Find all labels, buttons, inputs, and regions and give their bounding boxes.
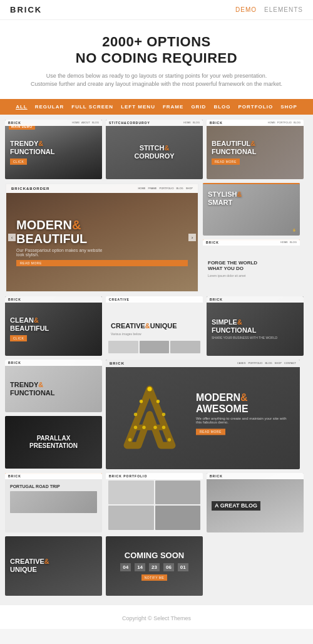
trendy2-overlay: TRENDY&FUNCTIONAL <box>5 366 102 412</box>
mini-nav-2: STITCH&CORDUROY HOME BLOG <box>106 120 203 126</box>
brick-text-sub: Lorem ipsum dolor sit amet <box>208 274 245 278</box>
nav-portfolio[interactable]: PORTFOLIO <box>238 104 273 110</box>
demo-card-portfolio[interactable]: BRICK PORTFOLIO <box>106 473 203 532</box>
coming-soon-overlay: COMING SOON 04 14 23 06 01 NOTIFY ME <box>106 536 203 596</box>
nav-fullscreen[interactable]: FULL SCREEN <box>71 104 113 110</box>
demo-card-clean[interactable]: BRICK CLEAN&BEAUTIFUL CLICK <box>5 296 102 356</box>
blog-light-title: PORTUGAL ROAD TRIP <box>10 484 60 489</box>
brick-border-subtitle: Our Passepartout option makes any websit… <box>16 248 104 257</box>
demo-card-great-blog[interactable]: BRICK A GREAT BLOG <box>207 473 304 532</box>
brick-border-title: MODERN&BEAUTIFUL <box>16 218 188 246</box>
demo-card-simple[interactable]: BRICK SIMPLE&FUNCTIONAL SHARE YOUR BUSIN… <box>207 296 304 356</box>
demo-card-brick-border[interactable]: BRICK&BORDER HOME FRAME PORTFOLIO BLOG S… <box>5 183 199 293</box>
nav-frame[interactable]: FRAME <box>163 104 183 110</box>
simple-overlay: SIMPLE&FUNCTIONAL SHARE YOUR BUSINESS WI… <box>207 303 304 356</box>
demo-card-beautiful[interactable]: BRICK HOME PORTFOLIO BLOG BEAUTIFUL&FUNC… <box>207 120 304 179</box>
demo-card-trendy2[interactable]: BRICK TRENDY&FUNCTIONAL <box>5 360 102 412</box>
coming-soon-timer: 04 14 23 06 01 <box>120 563 188 571</box>
brick-text-overlay: FORGE THE WORLDWHAT YOU DO Lorem ipsum d… <box>203 246 300 292</box>
great-blog-title: A GREAT BLOG <box>215 502 257 509</box>
letter-a-decoration <box>118 372 181 463</box>
clean-btn[interactable]: CLICK <box>10 335 27 341</box>
brick-border-header: BRICK&BORDER HOME FRAME PORTFOLIO BLOG S… <box>6 184 198 193</box>
demo-row-2: BRICK&BORDER HOME FRAME PORTFOLIO BLOG S… <box>5 183 308 293</box>
demo-card-modern-awesome[interactable]: BRICK CASES PORTFOLIO BLOG SHOP CONTACT <box>106 360 300 469</box>
demo-card-brick-text[interactable]: BRICK HOME BLOG FORGE THE WORLDWHAT YOU … <box>203 239 300 292</box>
demo-card-blog-light[interactable]: BRICK PORTUGAL ROAD TRIP <box>5 473 102 532</box>
svg-point-2 <box>147 387 151 392</box>
svg-point-9 <box>128 439 131 442</box>
creative2-title: CREATIVE&UNIQUE <box>10 558 49 574</box>
brick-border-btn[interactable]: READ MORE <box>16 260 188 266</box>
coming-soon-btn[interactable]: NOTIFY ME <box>141 574 168 581</box>
card-title-3: BEAUTIFUL&FUNCTIONAL <box>212 140 257 156</box>
nav-shop[interactable]: SHOP <box>280 104 297 110</box>
demo-row-1: MAIN DEMO BRICK HOME ABOUT BLOG TRENDY&F… <box>5 120 308 179</box>
demo-row-3: BRICK CLEAN&BEAUTIFUL CLICK CREATIVE CRE… <box>5 296 308 356</box>
nav-grid[interactable]: GRID <box>191 104 206 110</box>
creative2-overlay: CREATIVE&UNIQUE <box>5 536 102 596</box>
demo-card-stitch[interactable]: STITCH&CORDUROY HOME BLOG STITCH&CORDURO… <box>106 120 203 179</box>
svg-point-7 <box>134 426 137 429</box>
demo-row-4: BRICK TRENDY&FUNCTIONAL PARALLAXPRESENTA… <box>5 360 308 469</box>
page-footer: Copyright © Select Themes <box>0 605 313 629</box>
svg-point-10 <box>168 439 171 442</box>
demo-card-main-demo[interactable]: MAIN DEMO BRICK HOME ABOUT BLOG TRENDY&F… <box>5 120 102 179</box>
card-btn-1[interactable]: CLICK <box>10 158 27 165</box>
trendy2-title: TRENDY&FUNCTIONAL <box>10 381 55 397</box>
demo-row-5: BRICK PORTUGAL ROAD TRIP BRICK PORTFOLIO… <box>5 473 308 532</box>
footer-copyright: Copyright © Select Themes <box>122 615 191 621</box>
modern-awesome-title: MODERN&AWESOME <box>196 393 290 415</box>
great-blog-nav: BRICK <box>207 473 304 479</box>
brick-border-overlay: MODERN&BEAUTIFUL Our Passepartout option… <box>6 193 198 291</box>
row4-left-col: BRICK TRENDY&FUNCTIONAL PARALLAXPRESENTA… <box>5 360 102 469</box>
header-link-elements[interactable]: ELEMENTS <box>264 6 303 13</box>
hero-title: 2000+ OPTIONS NO CODING REQUIRED <box>13 34 300 67</box>
simple-sub: SHARE YOUR BUSINESS WITH THE WORLD <box>212 336 277 340</box>
svg-point-5 <box>134 413 137 416</box>
hero-subtitle: Use the demos below as ready to go layou… <box>13 72 300 89</box>
demo-card-coming-soon[interactable]: COMING SOON 04 14 23 06 01 NOTIFY ME <box>106 536 203 596</box>
creative-nav: CREATIVE <box>106 296 203 303</box>
timer-days: 04 <box>120 563 131 571</box>
svg-point-11 <box>142 426 145 429</box>
svg-marker-0 <box>127 389 172 445</box>
timer-minutes: 23 <box>149 563 160 571</box>
trendy2-nav: BRICK <box>5 360 102 366</box>
svg-point-6 <box>162 413 165 416</box>
card-overlay-2: STITCH&CORDUROY <box>106 126 203 179</box>
demo-row-6: CREATIVE&UNIQUE COMING SOON 04 14 23 06 … <box>5 536 308 596</box>
demo-card-creative[interactable]: CREATIVE CREATIVE&UNIQUE Various images … <box>106 296 203 356</box>
modern-awesome-sub: We offer anything to create and maintain… <box>196 417 290 425</box>
slider-arrow-right[interactable]: › <box>188 234 196 241</box>
creative-title: CREATIVE&UNIQUE <box>111 322 177 330</box>
nav-all[interactable]: ALL <box>16 104 28 110</box>
nav-regular[interactable]: REGULAR <box>35 104 64 110</box>
row2-right-col: STYLISH&SMART ✋ BRICK HOME BLOG FORGE TH… <box>203 183 300 293</box>
header-link-demo[interactable]: DEMO <box>235 6 257 13</box>
demo-card-creative2[interactable]: CREATIVE&UNIQUE <box>5 536 102 596</box>
demo-nav-bar: ALL REGULAR FULL SCREEN LEFT MENU FRAME … <box>0 99 313 115</box>
svg-point-3 <box>140 400 143 403</box>
modern-awesome-btn[interactable]: READ MORE <box>196 429 225 435</box>
hero-section: 2000+ OPTIONS NO CODING REQUIRED Use the… <box>0 20 313 99</box>
timer-seconds: 06 <box>163 563 174 571</box>
brick-text-title: FORGE THE WORLDWHAT YOU DO <box>208 260 257 272</box>
brick-text-nav: BRICK HOME BLOG <box>203 239 300 246</box>
card-overlay-3: BEAUTIFUL&FUNCTIONAL READ MORE <box>207 126 304 179</box>
mini-nav-3: BRICK HOME PORTFOLIO BLOG <box>207 120 304 126</box>
simple-nav: BRICK <box>207 296 304 303</box>
svg-point-12 <box>153 426 156 429</box>
demo-card-parallax[interactable]: PARALLAXPRESENTATION <box>5 416 102 469</box>
clean-nav: BRICK <box>5 296 102 303</box>
coming-soon-title: COMING SOON <box>125 551 184 560</box>
blog-light-overlay: PORTUGAL ROAD TRIP <box>5 479 102 532</box>
clean-title: CLEAN&BEAUTIFUL <box>10 316 49 333</box>
card-btn-3[interactable]: READ MORE <box>212 158 240 165</box>
clean-overlay: CLEAN&BEAUTIFUL CLICK <box>5 303 102 356</box>
nav-leftmenu[interactable]: LEFT MENU <box>121 104 155 110</box>
slider-arrow-left[interactable]: ‹ <box>8 234 16 241</box>
nav-blog[interactable]: BLOG <box>213 104 230 110</box>
stylish-overlay: STYLISH&SMART <box>203 183 300 236</box>
demo-card-stylish[interactable]: STYLISH&SMART ✋ <box>203 183 300 236</box>
